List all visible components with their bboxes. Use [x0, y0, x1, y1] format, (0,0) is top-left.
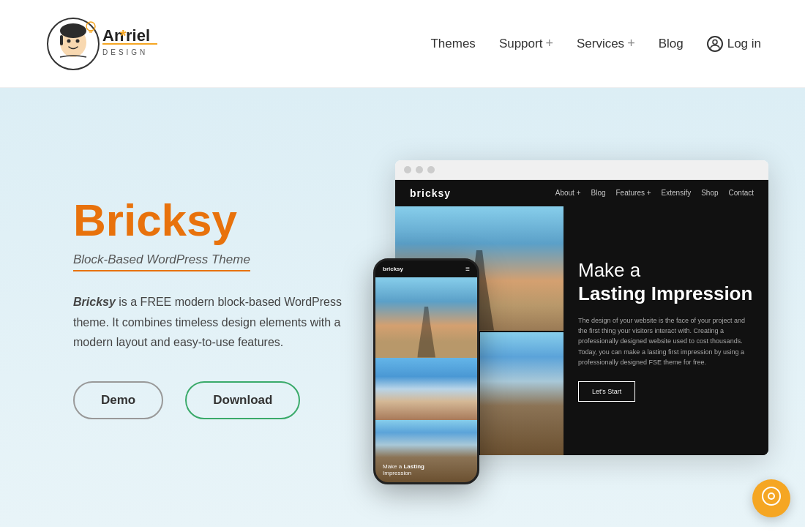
- demo-image-bottom-right: [480, 332, 564, 455]
- nav-item-support[interactable]: Support +: [499, 36, 553, 51]
- svg-point-5: [76, 39, 80, 42]
- svg-text:riel: riel: [126, 26, 150, 45]
- mobile-image-mid: [375, 358, 477, 420]
- demo-site-logo: bricksy: [410, 187, 451, 199]
- svg-point-4: [67, 39, 71, 42]
- demo-button[interactable]: Demo: [73, 381, 163, 419]
- hero-subtitle: Block-Based WordPress Theme: [73, 252, 250, 271]
- services-plus-icon: +: [627, 36, 635, 51]
- mobile-menu-icon: ≡: [465, 265, 470, 273]
- demo-headline: Make a Lasting Impression: [578, 259, 754, 304]
- mobile-logo: bricksy: [383, 266, 403, 272]
- browser-dot-3: [427, 166, 435, 173]
- browser-dot-2: [416, 166, 423, 173]
- demo-nav-extensify: Extensify: [662, 189, 692, 197]
- demo-nav-features: Features +: [616, 189, 651, 197]
- nav-item-blog[interactable]: Blog: [659, 37, 684, 51]
- mobile-content: Make a Lasting Impression: [375, 277, 477, 482]
- svg-point-6: [86, 22, 95, 31]
- user-icon: [707, 36, 723, 52]
- hero-brand-name: Bricksy: [73, 296, 116, 308]
- demo-text-area: Make a Lasting Impression The design of …: [564, 206, 768, 455]
- nav-item-themes[interactable]: Themes: [430, 37, 475, 51]
- download-button[interactable]: Download: [185, 381, 300, 419]
- demo-nav-contact: Contact: [729, 189, 754, 197]
- hero-content: Bricksy Block-Based WordPress Theme Bric…: [73, 195, 366, 419]
- hero-section: Bricksy Block-Based WordPress Theme Bric…: [0, 88, 805, 527]
- login-button[interactable]: Log in: [707, 36, 761, 52]
- svg-point-15: [769, 494, 774, 498]
- demo-body-text: The design of your website is the face o…: [578, 315, 754, 368]
- hero-buttons: Demo Download: [73, 381, 366, 419]
- mobile-image-bottom: Make a Lasting Impression: [375, 420, 477, 482]
- main-nav: Themes Support + Services + Blog Log in: [430, 36, 761, 52]
- nav-item-services[interactable]: Services +: [577, 36, 635, 51]
- support-plus-icon: +: [545, 36, 553, 51]
- browser-bar: [395, 160, 768, 180]
- logo-area: An * riel DESIGN: [44, 15, 183, 73]
- browser-dot-1: [404, 166, 411, 173]
- demo-cta-button[interactable]: Let's Start: [578, 381, 635, 402]
- mobile-image-top: [375, 277, 477, 358]
- svg-text:DESIGN: DESIGN: [102, 48, 148, 56]
- demo-site-nav-links: About + Blog Features + Extensify Shop C…: [555, 189, 754, 197]
- logo-image: An * riel DESIGN: [44, 15, 183, 73]
- header: An * riel DESIGN Themes Support + Servic…: [0, 0, 805, 88]
- hero-description: Bricksy is a FREE modern block-based Wor…: [73, 292, 366, 352]
- demo-site-nav: bricksy About + Blog Features + Extensif…: [395, 180, 768, 206]
- svg-point-2: [60, 23, 86, 38]
- mobile-caption: Make a Lasting Impression: [383, 463, 424, 476]
- mobile-mockup: bricksy ≡ Make a Lasting Impression: [373, 258, 479, 484]
- chat-icon: [762, 487, 781, 510]
- demo-nav-blog: Blog: [591, 189, 605, 197]
- demo-nav-about: About +: [555, 189, 581, 197]
- chat-button[interactable]: [752, 479, 790, 517]
- hero-title: Bricksy: [73, 195, 366, 245]
- svg-point-12: [713, 40, 717, 44]
- svg-rect-3: [60, 35, 63, 45]
- demo-nav-shop: Shop: [701, 189, 718, 197]
- hero-preview: bricksy About + Blog Features + Extensif…: [395, 160, 768, 455]
- mobile-status-bar: bricksy ≡: [375, 261, 477, 277]
